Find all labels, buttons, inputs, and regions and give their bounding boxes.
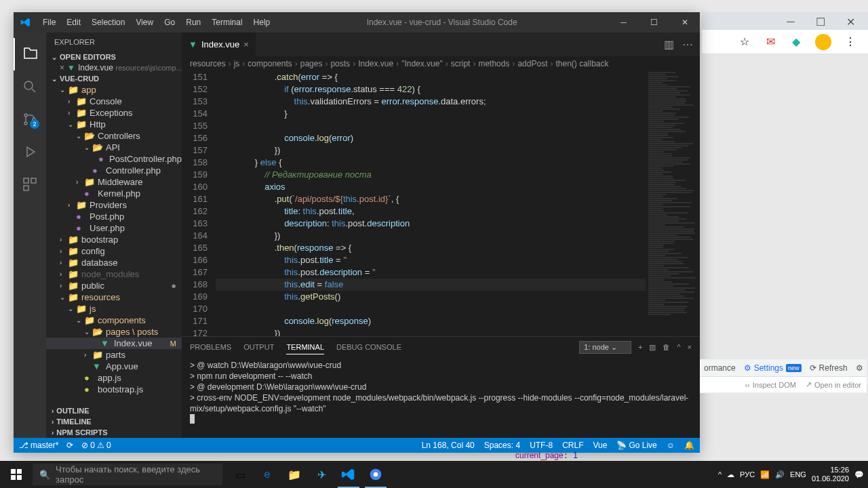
task-view-icon[interactable]: ▭	[226, 461, 254, 488]
split-terminal-icon[interactable]: ▥	[649, 343, 656, 352]
maximize-button[interactable]: ☐	[639, 12, 669, 33]
tree-config[interactable]: ›📁config	[46, 245, 182, 257]
bell-icon[interactable]: 🔔	[684, 441, 694, 450]
tree-console[interactable]: ›📁Console	[46, 96, 182, 107]
tree-postcontroller-php[interactable]: ●PostController.php	[46, 153, 182, 165]
edge-icon[interactable]: e	[254, 461, 281, 488]
chrome-menu-icon[interactable]: ⋮	[844, 35, 857, 49]
menu-help[interactable]: Help	[248, 18, 276, 27]
file-explorer-icon[interactable]: 📁	[281, 461, 308, 488]
problems-status[interactable]: ⊘ 0 ⚠ 0	[81, 441, 111, 450]
language-status[interactable]: Vue	[593, 441, 607, 450]
tray-notifications-icon[interactable]: 💬	[854, 470, 864, 479]
menu-file[interactable]: File	[37, 18, 61, 27]
menu-edit[interactable]: Edit	[61, 18, 86, 27]
tree-controller-php[interactable]: ●Controller.php	[46, 165, 182, 176]
debug-icon[interactable]	[14, 136, 46, 168]
panel-tab-problems[interactable]: PROBLEMS	[190, 340, 231, 354]
search-icon[interactable]	[14, 70, 46, 103]
extension-icon[interactable]: ◆	[789, 35, 803, 49]
explorer-icon[interactable]	[14, 38, 46, 70]
tree-middleware[interactable]: ›📁Middleware	[46, 176, 182, 188]
tray-lang[interactable]: ENG	[790, 470, 806, 479]
gmail-icon[interactable]: ✉	[764, 35, 777, 49]
encoding-status[interactable]: UTF-8	[530, 441, 553, 450]
open-in-editor[interactable]: ↗ Open in editor	[806, 380, 861, 389]
tray-keyboard[interactable]: РУС	[740, 470, 755, 479]
taskbar-search[interactable]: 🔍 Чтобы начать поиск, введите здесь запр…	[33, 464, 222, 485]
tree-kernel-php[interactable]: ●Kernel.php	[46, 188, 182, 199]
tree-api[interactable]: ⌄📂API	[46, 142, 182, 153]
tree-app[interactable]: ⌄📁app	[46, 84, 182, 96]
avatar-icon[interactable]	[815, 34, 831, 50]
split-editor-icon[interactable]: ▥	[664, 38, 674, 51]
close-button[interactable]: ✕	[669, 12, 700, 33]
source-control-icon[interactable]: 2	[14, 103, 46, 136]
timeline-section[interactable]: ›TIMELINE	[46, 416, 182, 427]
tray-clock[interactable]: 15:26 01.06.2020	[812, 466, 849, 483]
sync-icon[interactable]: ⟳	[66, 441, 73, 450]
kill-terminal-icon[interactable]: 🗑	[663, 343, 670, 351]
minimize-button[interactable]: ─	[608, 12, 639, 33]
cursor-position[interactable]: Ln 168, Col 40	[422, 441, 475, 450]
new-terminal-icon[interactable]: +	[638, 343, 642, 351]
go-live[interactable]: 📡 Go Live	[616, 441, 656, 450]
extensions-icon[interactable]	[14, 168, 46, 201]
chrome-task-icon[interactable]	[362, 461, 389, 488]
tree-bootstrap-js[interactable]: ●bootstrap.js	[46, 384, 182, 395]
tray-volume-icon[interactable]: 🔊	[775, 470, 785, 479]
tree-public[interactable]: ›📁public●	[46, 280, 182, 291]
outline-section[interactable]: ›OUTLINE	[46, 405, 182, 416]
start-button[interactable]	[0, 461, 33, 488]
minimap[interactable]	[646, 71, 700, 336]
tree-node-modules[interactable]: ›📁node_modules	[46, 268, 182, 280]
tree-http[interactable]: ⌄📁Http	[46, 119, 182, 130]
devtools-settings[interactable]: ⚙ Settings new	[744, 363, 802, 373]
devtools-refresh[interactable]: ⟳ Refresh	[810, 363, 848, 373]
more-actions-icon[interactable]: ⋯	[682, 38, 693, 51]
tree-user-php[interactable]: ●User.php	[46, 222, 182, 234]
tree-components[interactable]: ⌄📁components	[46, 314, 182, 326]
tab-close-icon[interactable]: ×	[243, 39, 249, 49]
project-section[interactable]: ⌄VUE-CRUD	[46, 73, 182, 84]
tree-js[interactable]: ⌄📁js	[46, 303, 182, 314]
tree-app-vue[interactable]: ▼App.vue	[46, 361, 182, 372]
menu-run[interactable]: Run	[180, 18, 206, 27]
panel-tab-output[interactable]: OUTPUT	[243, 340, 274, 354]
tree-pages---posts[interactable]: ⌄📂pages \ posts	[46, 326, 182, 338]
open-editor-item[interactable]: × ▼ Index.vue resources\js\comp... M	[46, 62, 182, 73]
terminal-output[interactable]: > @ watch D:\Web\laragon\www\vue-crud> n…	[182, 357, 700, 438]
tree-index-vue[interactable]: ▼Index.vueM	[46, 338, 182, 349]
menu-terminal[interactable]: Terminal	[206, 18, 248, 27]
tree-database[interactable]: ›📁database	[46, 257, 182, 268]
terminal-select[interactable]: 1: node ⌄	[579, 341, 631, 354]
breadcrumb[interactable]: resources›js›components›pages›posts›Inde…	[182, 56, 700, 71]
eol-status[interactable]: CRLF	[562, 441, 583, 450]
tree-providers[interactable]: ›📁Providers	[46, 199, 182, 211]
chrome-maximize[interactable]: ☐	[806, 12, 835, 31]
panel-tab-debug-console[interactable]: DEBUG CONSOLE	[336, 340, 401, 354]
tree-controllers[interactable]: ⌄📂Controllers	[46, 130, 182, 142]
devtools-gear-icon[interactable]: ⚙	[856, 363, 863, 373]
panel-tab-terminal[interactable]: TERMINAL	[286, 340, 324, 354]
chrome-minimize[interactable]: ─	[776, 12, 806, 31]
npm-section[interactable]: ›NPM SCRIPTS	[46, 427, 182, 438]
menu-go[interactable]: Go	[159, 18, 180, 27]
indent-status[interactable]: Spaces: 4	[484, 441, 520, 450]
tray-chevron-icon[interactable]: ^	[718, 470, 722, 479]
tree-resources[interactable]: ⌄📁resources	[46, 291, 182, 303]
telegram-icon[interactable]: ✈	[308, 461, 335, 488]
menu-selection[interactable]: Selection	[86, 18, 130, 27]
inspect-dom[interactable]: ‹› Inspect DOM	[745, 381, 796, 389]
feedback-icon[interactable]: ☺	[667, 441, 675, 450]
close-panel-icon[interactable]: ×	[688, 343, 692, 351]
tab-index-vue[interactable]: ▼ Index.vue ×	[182, 33, 256, 56]
tree-exceptions[interactable]: ›📁Exceptions	[46, 107, 182, 119]
tree-bootstrap[interactable]: ›📁bootstrap	[46, 234, 182, 245]
git-branch[interactable]: ⎇ master*	[19, 441, 58, 450]
tree-post-php[interactable]: ●Post.php	[46, 211, 182, 222]
maximize-panel-icon[interactable]: ^	[677, 343, 680, 351]
menu-view[interactable]: View	[130, 18, 159, 27]
tree-parts[interactable]: ›📁parts	[46, 349, 182, 361]
chrome-close[interactable]: ✕	[835, 12, 865, 31]
